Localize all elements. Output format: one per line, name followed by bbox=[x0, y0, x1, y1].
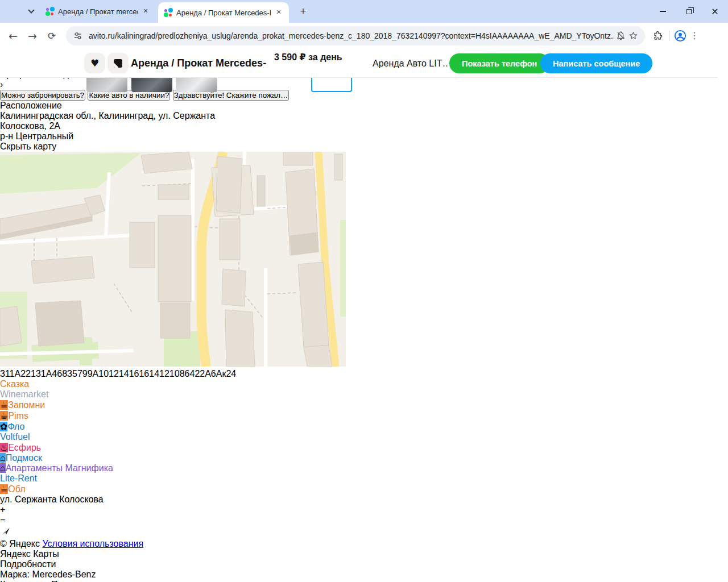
write-message-button[interactable]: Написать сообщение bbox=[540, 53, 652, 73]
favorite-button[interactable]: ♥ bbox=[84, 53, 105, 73]
bookmark-star-icon[interactable] bbox=[627, 30, 639, 42]
map-building-number: 1А bbox=[10, 369, 21, 379]
map-copyright: © Яндекс bbox=[0, 539, 42, 548]
avito-favicon bbox=[164, 8, 173, 17]
listing-title: Аренда / Прокат Mercedes-B… bbox=[131, 57, 266, 69]
map-poi-label[interactable]: Winemarket bbox=[0, 389, 728, 400]
tab-title: Аренда / Прокат Mercedes-Be bbox=[176, 9, 271, 17]
map-poi-cafe[interactable]: ☕Pims bbox=[0, 410, 728, 421]
map-canvas[interactable]: 311А22131А46835799А101214161614121086422… bbox=[0, 152, 728, 559]
photo-thumbnail[interactable] bbox=[131, 78, 172, 92]
map-building-number: 16 bbox=[129, 369, 139, 379]
cafe-icon: ☕ bbox=[0, 400, 8, 410]
map-poi-label: Апартаменты Магнифика bbox=[6, 463, 113, 473]
map-building-number: 2 bbox=[195, 369, 200, 379]
address-bar[interactable]: avito.ru/kaliningrad/predlozheniya_uslug… bbox=[66, 26, 645, 45]
map-building-number: 12 bbox=[159, 369, 169, 379]
zoom-in-button[interactable]: + bbox=[0, 505, 728, 515]
window-controls: ✕ bbox=[650, 0, 728, 23]
map-poi-label: Lite-Rent bbox=[0, 473, 37, 483]
show-phone-button[interactable]: Показать телефон bbox=[449, 53, 549, 73]
site-settings-icon[interactable] bbox=[72, 30, 84, 42]
browser-menu-icon[interactable]: ⋮ bbox=[686, 30, 702, 41]
map-zoom-controls: + − bbox=[0, 505, 728, 525]
map-building-number: 31 bbox=[0, 369, 10, 379]
photo-thumbnail[interactable] bbox=[86, 78, 127, 92]
hide-map-link[interactable]: Скрыть карту bbox=[0, 142, 728, 152]
extensions-icon[interactable] bbox=[652, 30, 664, 42]
back-button[interactable]: ← bbox=[5, 27, 22, 44]
map-building-number: 14 bbox=[119, 369, 129, 379]
note-icon bbox=[114, 59, 122, 68]
listing-sticky-header: ♥ Аренда / Прокат Mercedes-B… 3 590 ₽ за… bbox=[0, 48, 718, 78]
yandex-maps-logo: Яндекс Карты bbox=[0, 549, 728, 559]
photo-thumbnail-selected[interactable] bbox=[311, 78, 352, 92]
cafe-icon: ☕ bbox=[0, 411, 8, 421]
map-building-number: 2А bbox=[200, 369, 211, 379]
quick-reply-chip[interactable]: Можно забронировать? bbox=[0, 90, 85, 101]
map-building-number: 12 bbox=[109, 369, 119, 379]
tab-close-icon[interactable]: × bbox=[274, 8, 283, 17]
map-building-number: 4 bbox=[52, 369, 57, 379]
notifications-blocked-icon[interactable] bbox=[614, 30, 627, 42]
location-heading: Расположение bbox=[0, 101, 728, 111]
map-poi-flower[interactable]: ✿Фло bbox=[0, 421, 728, 432]
note-button[interactable] bbox=[107, 53, 129, 73]
map-building-number: 6Ак2 bbox=[211, 369, 231, 379]
photo-thumbnail[interactable] bbox=[176, 78, 217, 92]
toolbar-right: ⋮ bbox=[652, 30, 702, 42]
detail-label: Класс авто: bbox=[0, 580, 51, 582]
map-building-number: 8 bbox=[62, 369, 67, 379]
map-poi-cup[interactable]: ♨Есфирь bbox=[0, 442, 728, 453]
map-poi-car[interactable]: Lite-Rent bbox=[0, 473, 728, 484]
url-text[interactable]: avito.ru/kaliningrad/predlozheniya_uslug… bbox=[89, 31, 614, 40]
map-building-number: 5 bbox=[72, 369, 77, 379]
map-poi-label: Запомни bbox=[8, 400, 45, 410]
bed-icon: ⌂ bbox=[0, 463, 6, 473]
map-poi-cafe[interactable]: ☕Обл bbox=[0, 484, 728, 494]
map-poi-label[interactable]: Сказка bbox=[0, 379, 728, 389]
geolocation-button[interactable] bbox=[0, 525, 728, 539]
map-poi-cafe[interactable]: ☕Запомни bbox=[0, 400, 728, 410]
tab-search-button[interactable] bbox=[24, 5, 39, 18]
map-poi-label: Обл bbox=[8, 484, 25, 494]
cup-icon: ♨ bbox=[0, 443, 8, 452]
tab-title: Аренда / Прокат mercedes-be bbox=[58, 7, 138, 16]
map-poi-bed[interactable]: ⌂Подмоск bbox=[0, 453, 728, 463]
address-line: Колоскова, 2А bbox=[0, 121, 728, 131]
detail-label: Марка: bbox=[0, 569, 32, 579]
restore-button[interactable] bbox=[676, 0, 702, 23]
map-building-number: 6 bbox=[57, 369, 62, 379]
map-building-number: 4 bbox=[231, 369, 236, 379]
new-tab-button[interactable]: + bbox=[297, 6, 309, 18]
flower-icon: ✿ bbox=[0, 422, 7, 431]
tab-close-icon[interactable]: × bbox=[141, 7, 150, 16]
logo-text: ндекс Карты bbox=[7, 549, 59, 559]
tab-inactive[interactable]: Аренда / Прокат mercedes-be × bbox=[42, 0, 154, 23]
map-building-number: 31А bbox=[36, 369, 52, 379]
navigation-arrow-icon bbox=[0, 525, 11, 537]
zoom-out-button[interactable]: − bbox=[0, 515, 728, 525]
hide-map-label: Скрыть карту bbox=[0, 142, 56, 151]
map-poi-label: Voltfuel bbox=[0, 432, 30, 442]
reload-button[interactable]: ⟳ bbox=[43, 27, 60, 44]
toolbar-divider bbox=[669, 31, 669, 41]
map-building-number: 7 bbox=[77, 369, 82, 379]
seller-name[interactable]: Аренда Авто LIT… bbox=[373, 59, 448, 69]
avito-favicon bbox=[46, 7, 55, 16]
map-poi-car[interactable]: Voltfuel bbox=[0, 432, 728, 442]
map-poi-bed[interactable]: ⌂Апартаменты Магнифика bbox=[0, 463, 728, 473]
photo-thumbnail[interactable] bbox=[221, 78, 262, 92]
browser-tab-strip: Аренда / Прокат mercedes-be × Аренда / П… bbox=[0, 0, 728, 23]
address-line: Калининградская обл., Калининград, ул. С… bbox=[0, 111, 728, 121]
street-name-label: ул. Сержанта Колоскова bbox=[0, 494, 728, 505]
photo-thumbnail[interactable] bbox=[266, 78, 307, 92]
map-terms-link[interactable]: Условия использования bbox=[42, 539, 143, 548]
profile-avatar-icon[interactable] bbox=[674, 30, 686, 42]
map-poi-label: Pims bbox=[8, 411, 28, 421]
forward-button[interactable]: → bbox=[24, 27, 41, 44]
tab-active[interactable]: Аренда / Прокат Mercedes-Be × bbox=[158, 2, 289, 23]
minimize-button[interactable] bbox=[650, 0, 676, 23]
close-button[interactable]: ✕ bbox=[702, 0, 728, 23]
map-building-number: 16 bbox=[139, 369, 149, 379]
